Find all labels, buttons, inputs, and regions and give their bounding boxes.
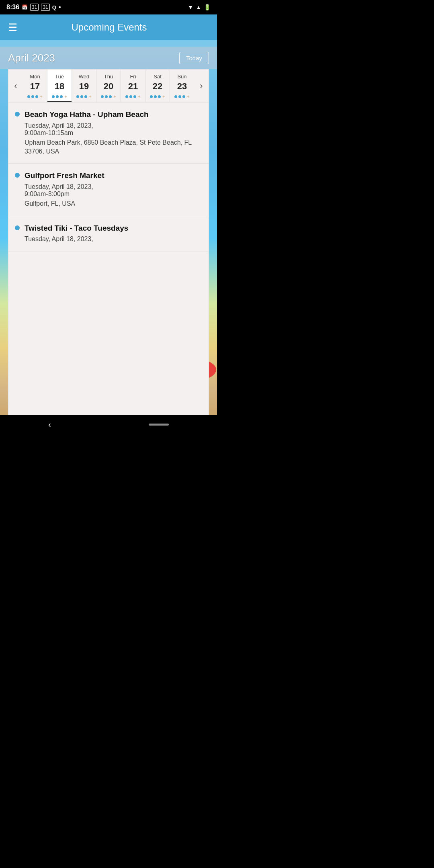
status-bar: 8:36 📅 31 31 Q • ▼ ▲ 🔋 xyxy=(0,0,217,14)
day-number: 21 xyxy=(128,81,138,92)
battery-icon: 🔋 xyxy=(204,4,211,10)
event-item[interactable]: Beach Yoga Hatha - Upham BeachTuesday, A… xyxy=(8,102,209,164)
event-dot-indicator xyxy=(56,95,59,98)
event-color-dot xyxy=(15,173,20,178)
dot-icon: • xyxy=(59,4,61,11)
event-dot-indicator xyxy=(35,95,38,98)
event-title: Twisted Tiki - Taco Tuesdays xyxy=(25,223,202,233)
event-content: Beach Yoga Hatha - Upham BeachTuesday, A… xyxy=(25,110,202,156)
event-dot-indicator xyxy=(105,95,108,98)
today-button[interactable]: Today xyxy=(179,52,209,64)
day-name: Sat xyxy=(154,74,162,80)
day-dots: + xyxy=(174,94,189,99)
day-col-sat[interactable]: Sat22+ xyxy=(145,70,170,102)
event-datetime: Tuesday, April 18, 2023, 9:00am-10:15am xyxy=(25,122,202,137)
more-events-indicator: + xyxy=(162,94,165,99)
event-dot-indicator xyxy=(133,95,136,98)
event-dot-indicator xyxy=(150,95,153,98)
event-dot-indicator xyxy=(182,95,185,98)
event-datetime: Tuesday, April 18, 2023, xyxy=(25,235,202,243)
more-events-indicator: + xyxy=(187,94,189,99)
event-dot-indicator xyxy=(125,95,128,98)
home-indicator[interactable] xyxy=(149,424,169,426)
day-name: Wed xyxy=(79,74,90,80)
day-name: Tue xyxy=(55,74,64,80)
day-col-fri[interactable]: Fri21+ xyxy=(121,70,145,102)
day-number: 17 xyxy=(30,81,40,92)
back-button[interactable]: ‹ xyxy=(48,420,51,429)
status-time: 8:36 xyxy=(6,4,19,11)
prev-week-button[interactable]: ‹ xyxy=(8,70,23,102)
event-content: Gulfport Fresh MarketTuesday, April 18, … xyxy=(25,171,202,208)
day-dots: + xyxy=(52,94,67,99)
event-dot-indicator xyxy=(154,95,157,98)
more-events-indicator: + xyxy=(113,94,116,99)
page-title: Upcoming Events xyxy=(25,22,193,33)
day-col-sun[interactable]: Sun23+ xyxy=(170,70,194,102)
event-dot-indicator xyxy=(158,95,161,98)
day-dots: + xyxy=(150,94,165,99)
day-name: Sun xyxy=(177,74,186,80)
event-color-dot xyxy=(15,225,20,230)
top-bar: ☰ Upcoming Events xyxy=(0,14,217,40)
day-dots: + xyxy=(101,94,116,99)
event-datetime: Tuesday, April 18, 2023, 9:00am-3:00pm xyxy=(25,183,202,198)
day-dots: + xyxy=(27,94,42,99)
event-title: Beach Yoga Hatha - Upham Beach xyxy=(25,110,202,120)
day-name: Fri xyxy=(130,74,136,80)
event-location: Upham Beach Park, 6850 Beach Plaza, St P… xyxy=(25,138,202,156)
event-dot-indicator xyxy=(129,95,132,98)
bottom-nav: ‹ xyxy=(0,415,217,434)
day-number: 20 xyxy=(104,81,113,92)
event-title: Gulfport Fresh Market xyxy=(25,171,202,181)
more-events-indicator: + xyxy=(138,94,140,99)
event-dot-indicator xyxy=(101,95,104,98)
week-days: Mon17+Tue18+Wed19+Thu20+Fri21+Sat22+Sun2… xyxy=(23,70,194,102)
event-location: Gulfport, FL, USA xyxy=(25,199,202,208)
day-number: 22 xyxy=(153,81,162,92)
day-dots: + xyxy=(125,94,140,99)
event-dot-indicator xyxy=(80,95,83,98)
event-dot-indicator xyxy=(109,95,112,98)
event-item[interactable]: Gulfport Fresh MarketTuesday, April 18, … xyxy=(8,164,209,216)
event-color-dot xyxy=(15,112,20,117)
calendar-month-title: April 2023 xyxy=(8,52,55,64)
event-content: Twisted Tiki - Taco TuesdaysTuesday, Apr… xyxy=(25,223,202,245)
event-dot-indicator xyxy=(31,95,34,98)
event-dot-indicator xyxy=(174,95,177,98)
day-number: 19 xyxy=(79,81,89,92)
calendar-31b-icon: 31 xyxy=(41,4,49,11)
event-item[interactable]: Twisted Tiki - Taco TuesdaysTuesday, Apr… xyxy=(8,216,209,252)
signal-icon: ▲ xyxy=(196,4,201,10)
menu-icon[interactable]: ☰ xyxy=(8,21,17,34)
event-dot-indicator xyxy=(76,95,79,98)
day-col-tue[interactable]: Tue18+ xyxy=(47,70,72,102)
day-col-thu[interactable]: Thu20+ xyxy=(96,70,121,102)
event-dot-indicator xyxy=(178,95,181,98)
day-col-wed[interactable]: Wed19+ xyxy=(72,70,96,102)
day-dots: + xyxy=(76,94,91,99)
day-name: Thu xyxy=(104,74,113,80)
next-week-button[interactable]: › xyxy=(194,70,209,102)
calendar-icon: 📅 xyxy=(22,4,28,10)
more-events-indicator: + xyxy=(89,94,91,99)
day-name: Mon xyxy=(30,74,40,80)
q-icon: Q xyxy=(52,4,56,10)
more-events-indicator: + xyxy=(64,94,67,99)
day-number: 18 xyxy=(55,81,64,92)
event-dot-indicator xyxy=(60,95,63,98)
day-number: 23 xyxy=(177,81,187,92)
day-col-mon[interactable]: Mon17+ xyxy=(23,70,47,102)
event-dot-indicator xyxy=(27,95,30,98)
events-list: Beach Yoga Hatha - Upham BeachTuesday, A… xyxy=(8,102,209,434)
event-dot-indicator xyxy=(52,95,55,98)
calendar-header: April 2023 Today xyxy=(0,47,217,69)
event-dot-indicator xyxy=(84,95,87,98)
wifi-icon: ▼ xyxy=(188,4,193,10)
week-calendar: ‹ Mon17+Tue18+Wed19+Thu20+Fri21+Sat22+Su… xyxy=(8,69,209,102)
more-events-indicator: + xyxy=(40,94,42,99)
calendar-31-icon: 31 xyxy=(30,4,39,11)
